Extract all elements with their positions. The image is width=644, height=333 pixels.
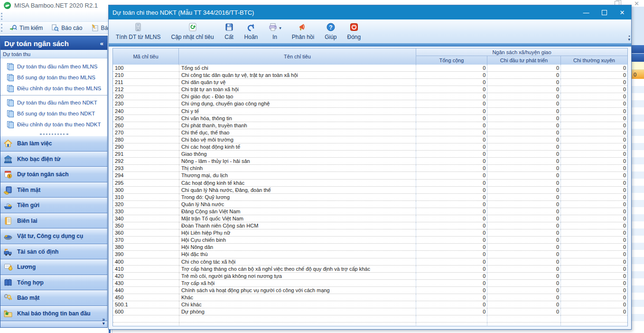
table-row[interactable]: 300 Chi quản lý Nhà nước, Đảng, đoàn thể… [113,187,627,194]
maximize-icon[interactable] [595,5,613,19]
overflow-chevron-icon[interactable]: »▾ [102,318,105,325]
cell-recurrent[interactable]: 0 [560,301,627,308]
menu-item[interactable] [5,12,16,21]
cell-investment[interactable]: 0 [487,201,560,208]
toolbar-grip[interactable] [1,13,3,20]
cell-investment[interactable]: 0 [487,280,560,286]
sidebar-nav-item[interactable]: Tiền mặt [0,182,107,198]
table-row[interactable]: 440 Chính sách và hoạt động phục vụ ngườ… [113,287,627,294]
cell-recurrent[interactable]: 0 [560,108,627,114]
cell-total[interactable]: 0 [416,194,487,200]
sidebar-link[interactable]: Điều chỉnh dự toán thu theo NDKT [0,119,107,130]
cell-recurrent[interactable]: 0 [560,258,627,265]
cell-total[interactable]: 0 [416,172,487,179]
sidebar-nav-item[interactable]: Biên lai [0,213,107,229]
menu-item[interactable] [16,12,26,21]
cell-total[interactable]: 0 [416,72,487,78]
cell-investment[interactable]: 0 [487,266,560,272]
dropdown-arrow-icon[interactable]: ▾ [279,26,281,30]
cell-recurrent[interactable]: 0 [560,79,627,86]
table-row[interactable]: 290 Chi các hoạt động kinh tế 0 0 0 [113,143,627,151]
cell-investment[interactable]: 0 [487,187,560,193]
cell-investment[interactable]: 0 [487,79,560,86]
cell-investment[interactable]: 0 [487,129,560,136]
cell-total[interactable]: 0 [416,280,487,286]
sidebar-nav-item[interactable]: Kho bạc điện tử [0,152,107,167]
sidebar-nav-item[interactable]: Bảo mật [0,290,107,306]
toolbar-button[interactable]: ▾ In [263,21,287,42]
quick-toolbar-button[interactable]: Báo cáo [47,23,86,33]
cell-recurrent[interactable]: 0 [560,308,627,315]
cell-total[interactable]: 0 [416,151,487,157]
toolbar-grip[interactable] [1,24,3,32]
cell-investment[interactable]: 0 [487,115,560,122]
sidebar-nav-item[interactable]: Bàn làm việc [0,136,107,152]
sidebar-link[interactable]: Dự toán thu đầu năm theo MLNS [0,61,107,72]
cell-total[interactable]: 0 [416,115,487,122]
cell-investment[interactable]: 0 [487,158,560,164]
sidebar-nav-item[interactable]: Vật tư, Công cụ dụng cụ [0,228,107,244]
sidebar-link[interactable]: Dự toán thu đầu năm theo NDKT [0,97,107,108]
table-row[interactable]: 420 Trẻ mồ côi, người già không nơi nươn… [113,273,627,280]
cell-recurrent[interactable]: 0 [560,165,627,171]
column-header-name[interactable]: Tên chỉ tiêu [179,48,416,65]
cell-total[interactable]: 0 [416,108,487,114]
cell-total[interactable]: 0 [416,201,487,208]
toolbar-button[interactable]: ▾ Cập nhật chỉ tiêu [166,21,219,42]
cell-investment[interactable]: 0 [487,72,560,78]
table-row[interactable]: 260 Chi phát thanh, truyền thanh 0 0 0 [113,122,627,129]
toolbar-button[interactable]: ▾ Phản hồi [287,21,319,42]
cell-total[interactable]: 0 [416,93,487,100]
sidebar-nav-item[interactable]: Tổng hợp [0,275,107,291]
cell-total[interactable]: 0 [416,215,487,222]
cell-recurrent[interactable]: 0 [560,143,627,150]
splitter-grip[interactable] [40,131,68,135]
table-row[interactable]: 270 Chi thể dục, thể thao 0 0 0 [113,129,627,136]
cell-total[interactable]: 0 [416,187,487,193]
toolbar-button[interactable]: ▾ Cất [219,21,239,42]
table-row[interactable]: 400 Chi cho công tác xã hội 0 0 0 [113,258,627,266]
cell-recurrent[interactable]: 0 [560,187,627,193]
table-row[interactable]: 370 Hội Cựu chiến binh 0 0 0 [113,237,627,244]
cell-recurrent[interactable]: 0 [560,215,627,222]
table-row[interactable]: 410 Trợ cấp hàng tháng cho cán bộ xã ngh… [113,266,627,273]
cell-total[interactable]: 0 [416,273,487,279]
cell-investment[interactable]: 0 [487,122,560,129]
sidebar-link[interactable]: Điều chỉnh dự toán thu theo MLNS [0,83,107,94]
column-group-header[interactable]: Ngân sách xã/huyện giao [416,48,627,56]
menu-item[interactable] [37,12,47,21]
toolbar-overflow-icon[interactable]: ▪▾ [628,35,630,41]
column-header-total[interactable]: Tổng cộng [416,56,487,65]
cell-investment[interactable]: 0 [487,244,560,250]
cell-recurrent[interactable]: 0 [560,151,627,157]
cell-total[interactable]: 0 [416,294,487,301]
cell-recurrent[interactable]: 0 [560,194,627,200]
table-row[interactable]: 220 Chi giáo dục - Đào tạo 0 0 0 [113,93,627,100]
close-icon[interactable]: ✕ [634,0,639,7]
cell-recurrent[interactable]: 0 [560,222,627,229]
cell-total[interactable]: 0 [416,229,487,236]
cell-total[interactable]: 0 [416,79,487,86]
table-row[interactable]: 294 Thương mại, du lịch 0 0 0 [113,172,627,179]
sidebar-nav-item[interactable]: Tiền gửi [0,198,107,213]
cell-investment[interactable]: 0 [487,287,560,294]
toolbar-button[interactable]: ▾ Hoãn [239,21,263,42]
table-row[interactable]: 380 Hội Nông dân 0 0 0 [113,244,627,251]
table-row[interactable]: 210 Chi công tác dân quân tự vệ, trật tự… [113,72,627,79]
cell-investment[interactable]: 0 [487,237,560,243]
cell-total[interactable]: 0 [416,251,487,257]
cell-recurrent[interactable]: 0 [560,100,627,107]
cell-recurrent[interactable]: 0 [560,115,627,122]
cell-investment[interactable]: 0 [487,151,560,157]
cell-investment[interactable]: 0 [487,136,560,143]
cell-total[interactable]: 0 [416,165,487,171]
cell-investment[interactable]: 0 [487,180,560,186]
cell-total[interactable]: 0 [416,244,487,250]
table-row[interactable]: 500.1 Chi khác 0 0 0 [113,301,627,308]
table-row[interactable]: 360 Hội Liên hiệp Phụ nữ 0 0 0 [113,229,627,237]
column-header-code[interactable]: Mã chỉ tiêu [113,48,179,65]
cell-total[interactable]: 0 [416,86,487,93]
cell-total[interactable]: 0 [416,301,487,308]
sidebar-nav-item[interactable]: Khai báo thông tin ban đầu [0,306,107,322]
cell-recurrent[interactable]: 0 [560,172,627,179]
